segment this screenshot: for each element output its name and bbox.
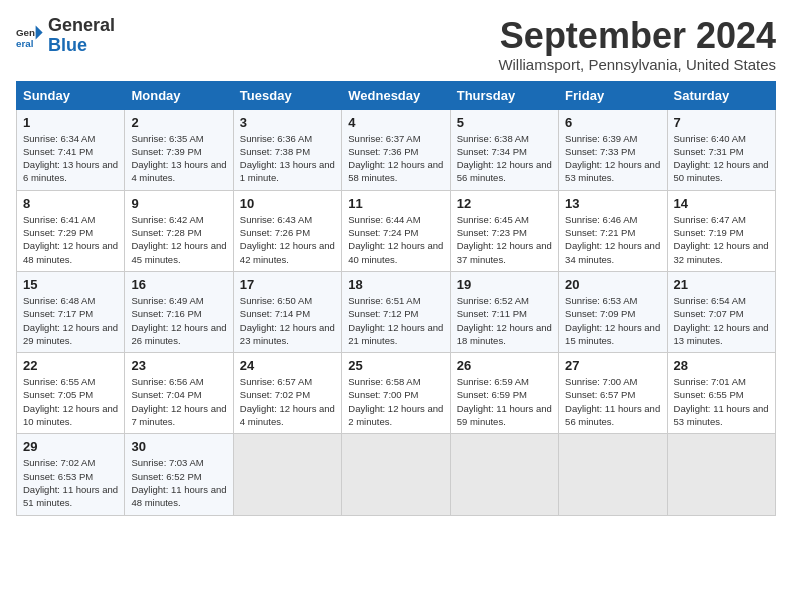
calendar-subtitle: Williamsport, Pennsylvania, United State… [498,56,776,73]
table-row: 7 Sunrise: 6:40 AM Sunset: 7:31 PM Dayli… [667,109,775,190]
table-row: 28 Sunrise: 7:01 AM Sunset: 6:55 PM Dayl… [667,353,775,434]
table-row: 14 Sunrise: 6:47 AM Sunset: 7:19 PM Dayl… [667,190,775,271]
table-row: 3 Sunrise: 6:36 AM Sunset: 7:38 PM Dayli… [233,109,341,190]
table-row: 25 Sunrise: 6:58 AM Sunset: 7:00 PM Dayl… [342,353,450,434]
table-row: 20 Sunrise: 6:53 AM Sunset: 7:09 PM Dayl… [559,271,667,352]
empty-cell [667,434,775,515]
table-row: 9 Sunrise: 6:42 AM Sunset: 7:28 PM Dayli… [125,190,233,271]
table-row: 21 Sunrise: 6:54 AM Sunset: 7:07 PM Dayl… [667,271,775,352]
col-saturday: Saturday [667,81,775,109]
table-row: 29 Sunrise: 7:02 AM Sunset: 6:53 PM Dayl… [17,434,125,515]
table-row: 18 Sunrise: 6:51 AM Sunset: 7:12 PM Dayl… [342,271,450,352]
table-row: 26 Sunrise: 6:59 AM Sunset: 6:59 PM Dayl… [450,353,558,434]
col-monday: Monday [125,81,233,109]
col-sunday: Sunday [17,81,125,109]
table-row: 17 Sunrise: 6:50 AM Sunset: 7:14 PM Dayl… [233,271,341,352]
table-row: 22 Sunrise: 6:55 AM Sunset: 7:05 PM Dayl… [17,353,125,434]
calendar-table: Sunday Monday Tuesday Wednesday Thursday… [16,81,776,516]
table-row: 5 Sunrise: 6:38 AM Sunset: 7:34 PM Dayli… [450,109,558,190]
logo-icon: Gen eral [16,22,44,50]
calendar-header-row: Sunday Monday Tuesday Wednesday Thursday… [17,81,776,109]
table-row: 10 Sunrise: 6:43 AM Sunset: 7:26 PM Dayl… [233,190,341,271]
calendar-week-row: 8 Sunrise: 6:41 AM Sunset: 7:29 PM Dayli… [17,190,776,271]
title-block: September 2024 Williamsport, Pennsylvani… [498,16,776,73]
col-friday: Friday [559,81,667,109]
table-row: 23 Sunrise: 6:56 AM Sunset: 7:04 PM Dayl… [125,353,233,434]
svg-text:eral: eral [16,37,34,48]
empty-cell [559,434,667,515]
table-row: 8 Sunrise: 6:41 AM Sunset: 7:29 PM Dayli… [17,190,125,271]
svg-text:Gen: Gen [16,27,35,38]
table-row: 1 Sunrise: 6:34 AM Sunset: 7:41 PM Dayli… [17,109,125,190]
empty-cell [233,434,341,515]
table-row: 24 Sunrise: 6:57 AM Sunset: 7:02 PM Dayl… [233,353,341,434]
table-row: 30 Sunrise: 7:03 AM Sunset: 6:52 PM Dayl… [125,434,233,515]
calendar-week-row: 29 Sunrise: 7:02 AM Sunset: 6:53 PM Dayl… [17,434,776,515]
col-thursday: Thursday [450,81,558,109]
table-row: 6 Sunrise: 6:39 AM Sunset: 7:33 PM Dayli… [559,109,667,190]
table-row: 2 Sunrise: 6:35 AM Sunset: 7:39 PM Dayli… [125,109,233,190]
page-header: Gen eral General Blue September 2024 Wil… [16,16,776,73]
calendar-week-row: 1 Sunrise: 6:34 AM Sunset: 7:41 PM Dayli… [17,109,776,190]
table-row: 15 Sunrise: 6:48 AM Sunset: 7:17 PM Dayl… [17,271,125,352]
table-row: 11 Sunrise: 6:44 AM Sunset: 7:24 PM Dayl… [342,190,450,271]
empty-cell [450,434,558,515]
table-row: 12 Sunrise: 6:45 AM Sunset: 7:23 PM Dayl… [450,190,558,271]
logo: Gen eral General Blue [16,16,115,56]
table-row: 13 Sunrise: 6:46 AM Sunset: 7:21 PM Dayl… [559,190,667,271]
svg-marker-2 [36,25,43,39]
col-tuesday: Tuesday [233,81,341,109]
empty-cell [342,434,450,515]
calendar-title: September 2024 [498,16,776,56]
table-row: 19 Sunrise: 6:52 AM Sunset: 7:11 PM Dayl… [450,271,558,352]
table-row: 4 Sunrise: 6:37 AM Sunset: 7:36 PM Dayli… [342,109,450,190]
table-row: 27 Sunrise: 7:00 AM Sunset: 6:57 PM Dayl… [559,353,667,434]
logo-text: General Blue [48,16,115,56]
calendar-week-row: 22 Sunrise: 6:55 AM Sunset: 7:05 PM Dayl… [17,353,776,434]
table-row: 16 Sunrise: 6:49 AM Sunset: 7:16 PM Dayl… [125,271,233,352]
col-wednesday: Wednesday [342,81,450,109]
calendar-week-row: 15 Sunrise: 6:48 AM Sunset: 7:17 PM Dayl… [17,271,776,352]
